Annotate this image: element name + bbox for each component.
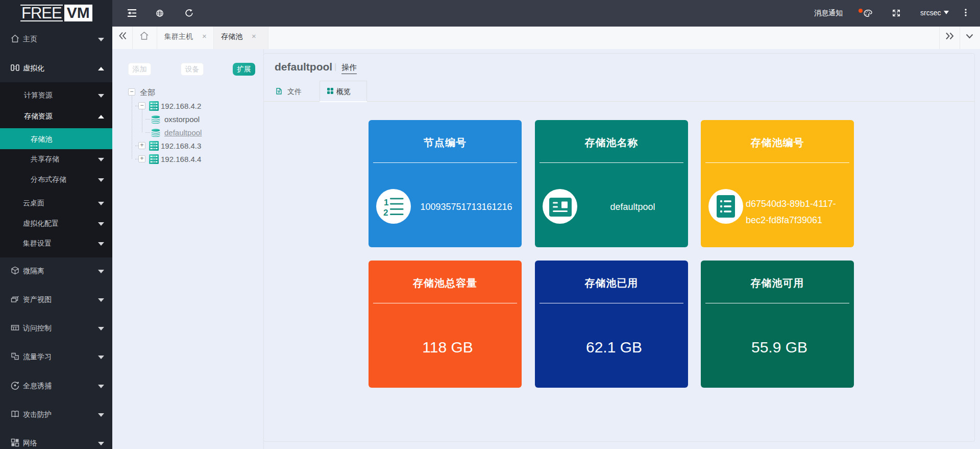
svg-text:1: 1 (384, 198, 388, 207)
svg-text:2: 2 (383, 208, 388, 217)
